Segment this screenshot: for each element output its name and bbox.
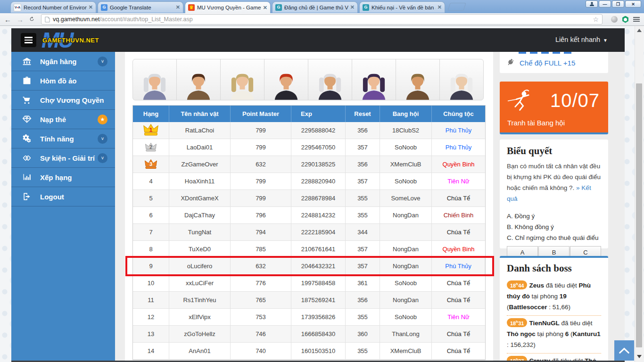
sidebar-item-bank[interactable]: Ngân hàng˅ [11, 52, 115, 71]
cell-exp: 2288820940 [291, 173, 346, 190]
cell-class[interactable]: Chúa Tể [432, 292, 485, 309]
cell-class[interactable]: Tiên Nữ [432, 173, 485, 190]
cell-reset: 361 [346, 275, 380, 292]
full-mode-link[interactable]: Chế độ FULL +15 [506, 58, 602, 67]
reload-button[interactable] [29, 16, 35, 23]
cell-point: 796 [231, 207, 291, 224]
cell-name: oLucifero [169, 258, 231, 275]
new-tab-button[interactable] [447, 3, 466, 11]
cell-guild: SoNoob [380, 309, 432, 326]
extension-shield-icon[interactable] [622, 16, 629, 23]
character-avatar-red-hair-male[interactable] [264, 59, 308, 100]
cell-class[interactable]: Phù Thủy [432, 139, 485, 156]
bookmark-star-icon[interactable]: ☆ [593, 16, 599, 23]
sidebar-item-chart[interactable]: Xếp hạng [11, 168, 115, 187]
browser-tab[interactable]: V•ARecord Number of Environme✕ [10, 1, 96, 13]
scroll-to-top-button[interactable] [614, 340, 634, 361]
character-avatar-white-hair-male[interactable] [133, 59, 177, 100]
cell-reset: 360 [346, 326, 380, 343]
browser-tab[interactable]: GKhiếu nại - Về vấn đề bán ac✕ [359, 1, 445, 13]
url-bar[interactable]: vq.gamethuvn.net/account/#auth/top_List_… [41, 14, 603, 25]
sidebar-item-logout[interactable]: Logout [11, 187, 115, 206]
back-button[interactable]: ← [4, 16, 11, 23]
sidebar-nav: Ngân hàng˅Hòm đồ ảoChợ Vương QuyềnNạp th… [11, 52, 115, 361]
cell-class[interactable]: Chúa Tể [432, 224, 485, 241]
table-row: 6DajCaThay7962248814232355NongDanChiến B… [133, 207, 485, 224]
cell-rank: 7 [133, 224, 169, 241]
cell-reset: 344 [346, 224, 380, 241]
cell-point: 785 [231, 241, 291, 258]
table-row: 14AnAn017401601503510355XMemCluBChúa Tể [133, 343, 485, 360]
sidebar-item-chest[interactable]: Hòm đồ ảo [11, 71, 115, 90]
column-header-7: Chủng tộc [432, 106, 485, 122]
site-logo[interactable]: MU GAMETHUVN.NET [41, 29, 112, 51]
cell-class[interactable]: Chúa Tể [432, 275, 485, 292]
browser-window: V•ARecord Number of Environme✕GGoogle Tr… [0, 0, 644, 362]
character-avatar-white-hair-female[interactable] [440, 59, 483, 100]
table-row: 9oLucifero6322046432321357NongDanPhù Thủ… [133, 258, 485, 275]
cell-class[interactable]: Quyền Binh [432, 241, 485, 258]
event-date: 10/07 [550, 90, 600, 111]
scrollbar-up-arrow[interactable] [637, 29, 642, 32]
cell-guild: NongDan [380, 292, 432, 309]
table-row: 13zGoToHellz7461666858430360ThanLongChúa… [133, 326, 485, 343]
extension-globe-icon[interactable] [611, 16, 618, 23]
full-mode-label: Chế độ FULL +15 [520, 59, 575, 67]
cell-rank: 10 [133, 275, 169, 292]
character-avatar-blonde-female[interactable] [221, 59, 264, 100]
cell-class[interactable]: Tiên Nữ [432, 309, 485, 326]
cell-class[interactable]: Chúa Tể [432, 343, 485, 360]
cell-class[interactable]: Phù Thủy [432, 122, 485, 139]
event-banner[interactable]: 10/07 Tranh tài Bang hội [500, 82, 608, 134]
close-button[interactable]: ✕ [625, 0, 641, 8]
cell-point: 799 [231, 122, 291, 139]
tab-close-icon[interactable]: ✕ [350, 4, 355, 10]
chrome-menu-icon[interactable] [633, 17, 640, 22]
cell-name: zGoToHellz [169, 326, 231, 343]
column-header-1: Hạng [133, 106, 169, 122]
page-scrollbar[interactable] [635, 26, 644, 362]
tab-close-icon[interactable]: ✕ [438, 4, 442, 10]
bank-icon [22, 56, 32, 66]
sidebar-item-gears[interactable]: Tính năng˅ [11, 129, 115, 148]
poll-title: Biểu quyết [507, 145, 601, 157]
cell-name: XDontGameX [169, 190, 231, 207]
character-avatar-brown-crop-male[interactable] [396, 59, 440, 100]
profile-user-icon[interactable] [586, 0, 598, 8]
minimize-button[interactable]: — [599, 0, 611, 8]
g-forum-favicon-icon: G [363, 4, 369, 11]
browser-tab[interactable]: GĐăng chủ đề | Game thủ Việt✕ [272, 1, 358, 13]
cell-point: 740 [231, 343, 291, 360]
forward-button[interactable]: → [17, 16, 24, 23]
poll-question: Bạn có muốn tất cả nhân vật đều bị khựng… [507, 161, 601, 204]
cell-class[interactable]: Quyền Binh [432, 156, 485, 173]
character-avatar-white-hair-male-dark[interactable] [308, 59, 352, 100]
main-panel: HạngTên nhân vậtPoint MasterExpResetBang… [125, 52, 493, 362]
tab-close-icon[interactable]: ✕ [89, 4, 93, 10]
quick-links-menu[interactable]: Liên kết nhanh▼ [555, 36, 608, 43]
table-row: 1RatLaChoi799229588804235618ClubS2Phù Th… [133, 122, 485, 139]
tab-close-icon[interactable]: ✕ [263, 5, 267, 11]
hamburger-menu-icon[interactable] [21, 33, 36, 47]
cell-class[interactable]: Phù Thủy [432, 258, 485, 275]
restore-button[interactable]: ❐ [612, 0, 624, 8]
character-avatar-brown-hair-male[interactable] [177, 59, 221, 100]
browser-tab[interactable]: GGoogle Translate✕ [98, 1, 183, 13]
boss-list-title: Danh sách boss [507, 263, 601, 274]
cell-class[interactable]: Chúa Tể [432, 326, 485, 343]
sidebar-item-diamond[interactable]: Nạp thẻ★ [11, 110, 115, 129]
cell-point: 799 [231, 190, 291, 207]
browser-tab[interactable]: ♛MU Vương Quyền - Gamethu✕ [185, 1, 271, 13]
cell-exp: 2046432321 [291, 258, 346, 275]
scrollbar-down-arrow[interactable] [637, 355, 642, 358]
sidebar-item-cart[interactable]: Chợ Vương Quyền [11, 90, 115, 110]
tab-close-icon[interactable]: ✕ [176, 4, 180, 10]
cell-class[interactable]: Chiến Binh [432, 207, 485, 224]
sidebar-item-tags[interactable]: Sự kiện - Giải trí˅ [11, 148, 115, 168]
poll-option: B. Không đồng ý [507, 222, 601, 232]
scrollbar-thumb[interactable] [636, 83, 642, 347]
chevron-down-icon: ˅ [98, 57, 107, 66]
cell-class[interactable]: Chúa Tể [432, 190, 485, 207]
cell-reset: 355 [346, 207, 380, 224]
character-avatar-purple-hair-female[interactable] [352, 59, 396, 100]
